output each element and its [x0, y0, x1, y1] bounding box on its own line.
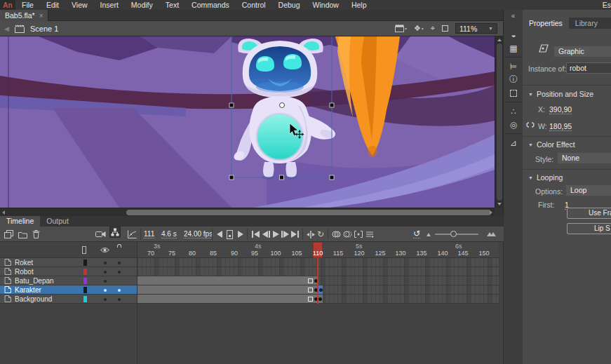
new-layer-button[interactable] [4, 227, 13, 242]
edit-multiple-frames-button[interactable] [354, 227, 363, 242]
swatches-panel-icon[interactable]: ▦ [504, 41, 523, 55]
layer-visibility-toggle[interactable] [104, 289, 107, 292]
layer-visibility-toggle[interactable] [104, 271, 107, 274]
current-frame-indicator[interactable] [227, 227, 233, 242]
hollow-keyframe-icon[interactable] [308, 288, 313, 292]
section-color-effect[interactable]: ▼ Color Effect [528, 140, 575, 149]
layer-outline-swatch[interactable] [83, 287, 87, 293]
menu-insert[interactable]: Insert [94, 0, 125, 10]
elapsed-time-field[interactable]: 4.6 s [161, 230, 177, 238]
symbol-type-dropdown[interactable]: Graphic [554, 46, 611, 57]
menu-edit[interactable]: Edit [40, 0, 65, 10]
scroll-down-icon[interactable] [497, 203, 502, 205]
link-width-height-icon[interactable] [525, 121, 535, 129]
loop-options-dropdown[interactable]: Loop [566, 185, 611, 196]
center-frame-button[interactable] [307, 227, 315, 242]
transform-point[interactable] [280, 103, 285, 108]
creative-cloud-icon[interactable]: ◎ [504, 118, 523, 131]
info-panel-icon[interactable]: ⓘ [504, 73, 523, 86]
layer-lock-toggle[interactable] [118, 298, 121, 301]
center-stage-button[interactable]: ⌖ [431, 24, 435, 33]
layer-lock-toggle[interactable] [118, 262, 121, 264]
reset-timeline-zoom-button[interactable]: ↺ [413, 229, 420, 238]
stage-horizontal-scrollbar[interactable] [0, 208, 495, 216]
tab-output[interactable]: Output [40, 216, 75, 227]
section-position-size[interactable]: ▼ Position and Size [528, 90, 593, 98]
layer-visibility-toggle[interactable] [104, 262, 107, 264]
edit-scene-button[interactable]: ▾ [395, 25, 407, 32]
frame-span[interactable] [137, 285, 318, 294]
scene-name[interactable]: Scene 1 [30, 25, 58, 33]
lip-syncing-button[interactable]: Lip S [567, 223, 611, 234]
motion-editor-panel-icon[interactable]: ⊿ [504, 136, 523, 149]
layer-visibility-toggle[interactable] [104, 298, 107, 301]
layer-row-background[interactable]: Background [0, 295, 137, 304]
edit-symbols-button[interactable]: ❖▾ [414, 24, 424, 33]
layer-lock-toggle[interactable] [118, 271, 121, 274]
modify-markers-button[interactable] [365, 227, 374, 242]
menu-commands[interactable]: Commands [185, 0, 236, 10]
clip-content-button[interactable] [442, 25, 448, 32]
instance-name-field[interactable]: robot [566, 62, 611, 74]
frame-rate-field[interactable]: 24.00 fps [184, 230, 213, 238]
layer-outline-swatch[interactable] [83, 259, 87, 266]
use-frame-picker-button[interactable]: Use Fra [567, 208, 611, 219]
layer-outline-swatch[interactable] [83, 278, 87, 284]
transform-panel-icon[interactable] [504, 86, 523, 100]
step-forward-button[interactable] [238, 227, 243, 242]
show-layer-depth-button[interactable] [128, 227, 137, 242]
menu-window[interactable]: Window [307, 0, 345, 10]
layer-row-robot[interactable]: Robot [0, 267, 137, 276]
collapse-panels-icon[interactable]: « [504, 10, 523, 22]
frame-span[interactable] [137, 295, 323, 303]
add-camera-button[interactable] [95, 227, 106, 242]
outline-color-column-icon[interactable] [82, 246, 86, 254]
slider-knob[interactable] [450, 231, 457, 237]
hollow-keyframe-icon[interactable] [308, 297, 313, 302]
tab-library[interactable]: Library [569, 18, 604, 29]
menu-text[interactable]: Text [159, 0, 185, 10]
back-arrow-icon[interactable]: ◀ [4, 25, 9, 32]
menu-modify[interactable]: Modify [125, 0, 159, 10]
timeline-zoom-out-icon[interactable] [427, 227, 431, 242]
menu-help[interactable]: Help [345, 0, 373, 10]
delete-layer-button[interactable] [32, 227, 40, 242]
timeline-zoom-slider[interactable] [435, 227, 478, 242]
frame-ruler[interactable]: 3s 4s 5s 6s 70 75 80 85 90 95 100 105 11… [137, 242, 499, 258]
eye-column-icon[interactable] [100, 247, 109, 253]
layer-lock-toggle[interactable] [118, 289, 121, 292]
stage-zoom-select[interactable]: 111% ▼ [455, 23, 497, 34]
layer-outline-swatch[interactable] [83, 269, 87, 275]
style-dropdown[interactable]: None [558, 153, 611, 163]
section-looping[interactable]: ▼ Looping [528, 173, 563, 182]
layer-row-roket[interactable]: Roket [0, 258, 137, 267]
stage-canvas[interactable] [0, 36, 495, 208]
onion-skin-button[interactable] [332, 227, 341, 242]
scroll-right-icon[interactable] [490, 210, 492, 215]
scroll-up-icon[interactable] [497, 39, 502, 41]
next-frame-button[interactable] [281, 227, 289, 242]
document-tab[interactable]: Bab5.fla* × [0, 10, 48, 21]
layer-row-batu-depan[interactable]: Batu_Depan [0, 276, 137, 285]
new-folder-button[interactable] [18, 227, 27, 242]
timeline-zoom-in-icon[interactable] [487, 227, 496, 242]
close-icon[interactable]: × [39, 12, 43, 20]
stage-vertical-scrollbar[interactable] [495, 36, 503, 208]
w-value[interactable]: 180,95 [549, 122, 572, 131]
menu-file[interactable]: File [15, 0, 40, 10]
tab-timeline[interactable]: Timeline [0, 216, 40, 227]
keyframe-icon[interactable] [318, 297, 322, 301]
x-value[interactable]: 390,90 [549, 105, 572, 114]
layer-row-karakter[interactable]: Karakter [0, 285, 137, 295]
onion-skin-outlines-button[interactable] [343, 227, 352, 242]
menu-view[interactable]: View [65, 0, 94, 10]
layer-outline-swatch[interactable] [83, 296, 87, 302]
play-button[interactable] [273, 227, 279, 242]
step-back-button[interactable] [217, 227, 222, 242]
go-to-last-frame-button[interactable] [291, 227, 299, 242]
brush-library-panel-icon[interactable]: ∴ [504, 105, 523, 118]
selected-frame[interactable] [318, 285, 323, 294]
workspace-switcher[interactable]: Es [603, 1, 611, 9]
menu-debug[interactable]: Debug [272, 0, 307, 10]
scroll-left-icon[interactable] [2, 210, 5, 215]
